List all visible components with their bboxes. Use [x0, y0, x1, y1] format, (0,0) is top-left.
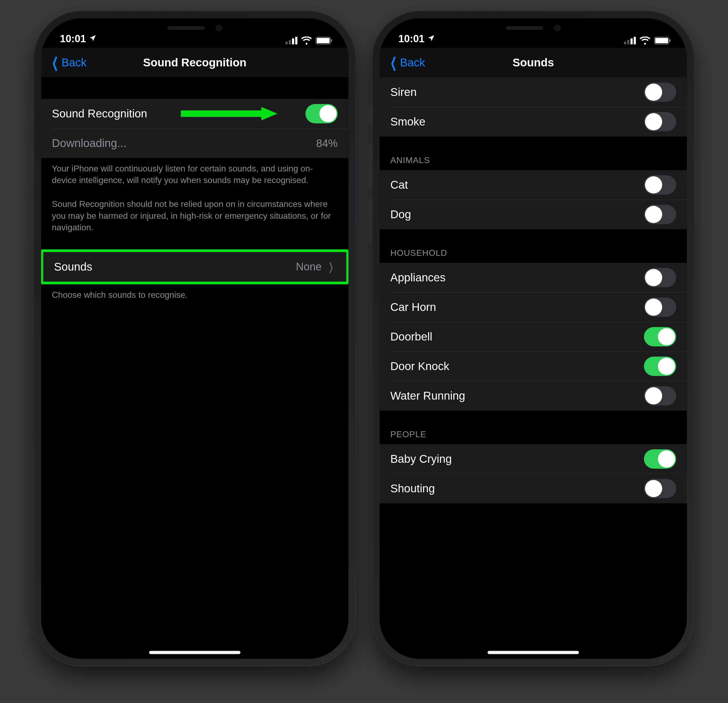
svg-rect-1 — [289, 40, 291, 44]
svg-rect-0 — [286, 42, 288, 44]
sound-row-doorbell[interactable]: Doorbell — [380, 322, 687, 352]
status-time: 10:01 — [60, 33, 86, 45]
sound-recognition-switch[interactable] — [305, 104, 338, 123]
sound-label: Baby Crying — [390, 453, 452, 466]
page-title: Sounds — [380, 56, 687, 69]
volume-down[interactable] — [369, 199, 373, 242]
svg-rect-5 — [317, 38, 329, 43]
svg-rect-3 — [295, 37, 298, 44]
svg-rect-10 — [627, 40, 630, 44]
sound-switch-shouting[interactable] — [644, 479, 676, 498]
sound-label: Shouting — [390, 482, 435, 495]
sounds-label: Sounds — [54, 260, 92, 273]
back-label: Back — [62, 56, 87, 69]
battery-icon — [654, 37, 671, 44]
svg-rect-6 — [331, 39, 332, 42]
sound-row-doorknock[interactable]: Door Knock — [380, 352, 687, 381]
download-label: Downloading... — [52, 137, 127, 150]
svg-rect-2 — [292, 38, 294, 44]
sound-switch-water[interactable] — [644, 386, 676, 405]
cellular-signal-icon — [624, 37, 636, 44]
svg-rect-14 — [655, 38, 668, 43]
sound-row-dog[interactable]: Dog — [380, 200, 687, 229]
volume-down[interactable] — [30, 199, 34, 242]
svg-rect-11 — [630, 38, 633, 44]
sound-label: Smoke — [390, 115, 426, 128]
phone-right: 10:01 ❮ Back Sou — [372, 11, 695, 667]
sound-label: Car Horn — [390, 301, 436, 314]
sound-switch-appliances[interactable] — [644, 268, 676, 287]
mute-switch[interactable] — [369, 105, 373, 126]
section-header-animals: ANIMALS — [380, 155, 687, 170]
volume-up[interactable] — [369, 145, 373, 188]
svg-marker-8 — [261, 107, 277, 120]
sounds-value: None — [296, 261, 322, 273]
chevron-left-icon: ❮ — [52, 55, 59, 71]
annotation-arrow — [181, 107, 277, 120]
page-title: Sound Recognition — [41, 56, 348, 69]
sound-label: Dog — [390, 208, 411, 221]
volume-up[interactable] — [30, 145, 34, 188]
toggle-label: Sound Recognition — [52, 107, 147, 120]
sound-label: Siren — [390, 86, 417, 98]
nav-bar: ❮ Back Sound Recognition — [41, 48, 348, 77]
sounds-footer: Choose which sounds to recognise. — [41, 284, 348, 301]
back-label: Back — [400, 56, 425, 69]
phone-left: 10:01 ❮ Back Sou — [33, 11, 356, 667]
home-indicator[interactable] — [149, 651, 240, 654]
home-indicator[interactable] — [488, 651, 579, 654]
footer-text-1: Your iPhone will continuously listen for… — [41, 158, 348, 186]
footer-text-2: Sound Recognition should not be relied u… — [41, 194, 348, 233]
power-button[interactable] — [355, 156, 359, 226]
sound-switch-smoke[interactable] — [644, 112, 676, 132]
power-button[interactable] — [694, 156, 698, 226]
sound-switch-babycrying[interactable] — [644, 449, 676, 469]
sound-switch-doorbell[interactable] — [644, 327, 676, 346]
cellular-signal-icon — [286, 37, 298, 44]
location-icon — [89, 33, 97, 45]
download-percent: 84% — [316, 137, 338, 149]
svg-rect-12 — [634, 37, 636, 44]
sound-row-water[interactable]: Water Running — [380, 381, 687, 411]
sound-row-shouting[interactable]: Shouting — [380, 474, 687, 503]
sound-switch-doorknock[interactable] — [644, 357, 676, 376]
sounds-row[interactable]: Sounds None ❯ — [43, 252, 346, 282]
location-icon — [427, 33, 435, 45]
sound-row-smoke[interactable]: Smoke — [380, 107, 687, 136]
sound-switch-carhorn[interactable] — [644, 298, 676, 317]
sound-label: Water Running — [390, 389, 465, 402]
section-header-household: HOUSEHOLD — [380, 248, 687, 263]
chevron-right-icon: ❯ — [328, 261, 334, 273]
svg-rect-9 — [624, 42, 626, 44]
section-header-people: PEOPLE — [380, 430, 687, 444]
annotation-highlight: Sounds None ❯ — [41, 249, 348, 284]
notch — [125, 18, 264, 38]
sound-row-babycrying[interactable]: Baby Crying — [380, 444, 687, 474]
svg-rect-15 — [669, 39, 670, 42]
sound-row-siren[interactable]: Siren — [380, 77, 687, 107]
wifi-icon — [301, 36, 312, 45]
back-button[interactable]: ❮ Back — [49, 55, 87, 71]
sound-switch-siren[interactable] — [644, 82, 676, 102]
sound-row-appliances[interactable]: Appliances — [380, 263, 687, 292]
back-button[interactable]: ❮ Back — [388, 55, 425, 71]
notch — [464, 18, 603, 38]
sound-recognition-toggle-row[interactable]: Sound Recognition — [41, 99, 348, 129]
status-time: 10:01 — [399, 33, 425, 45]
sound-switch-cat[interactable] — [644, 175, 676, 195]
sound-label: Appliances — [390, 271, 445, 284]
wifi-icon — [640, 36, 650, 45]
sound-label: Cat — [390, 178, 408, 191]
sound-label: Doorbell — [390, 330, 432, 343]
chevron-left-icon: ❮ — [390, 55, 397, 71]
sound-row-carhorn[interactable]: Car Horn — [380, 292, 687, 322]
mute-switch[interactable] — [31, 105, 34, 126]
download-progress-row: Downloading... 84% — [41, 129, 348, 158]
nav-bar: ❮ Back Sounds — [380, 48, 687, 77]
sound-row-cat[interactable]: Cat — [380, 170, 687, 200]
sound-label: Door Knock — [390, 360, 449, 373]
sound-switch-dog[interactable] — [644, 205, 676, 224]
battery-icon — [316, 37, 332, 44]
